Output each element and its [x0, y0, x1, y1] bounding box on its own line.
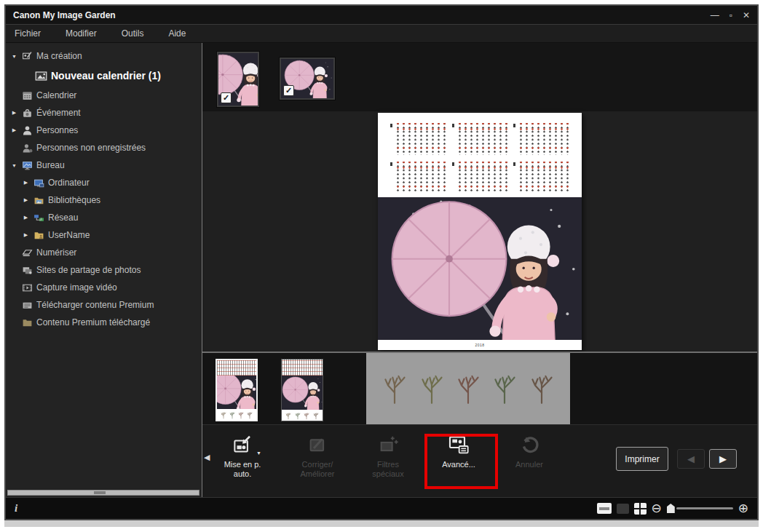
calendar-photo[interactable]	[378, 197, 582, 340]
pages-strip	[202, 352, 757, 424]
fit-view-icon[interactable]	[634, 503, 647, 515]
expander-right-icon[interactable]: ▶	[22, 180, 30, 186]
sidebar-item-label: Télécharger contenu Premium	[36, 300, 154, 310]
thumbnail-view-icon[interactable]	[617, 504, 629, 514]
sidebar-item-label: Événement	[36, 108, 81, 118]
mini-month	[397, 162, 447, 194]
next-page-button[interactable]: ▶	[709, 449, 737, 469]
sidebar-item-bureau[interactable]: ▼ Bureau	[6, 156, 202, 174]
sidebar-item-numeriser[interactable]: Numériser	[6, 244, 202, 261]
expander-down-icon[interactable]: ▼	[10, 163, 18, 168]
maximize-button[interactable]: ▫	[730, 9, 732, 22]
sidebar-item-nouveau-calendrier[interactable]: Nouveau calendrier (1)	[6, 65, 202, 87]
undo-button[interactable]: Annuler	[497, 432, 561, 479]
desktop-icon	[22, 160, 33, 171]
close-button[interactable]: ✕	[743, 9, 750, 22]
calendar-page-canvas[interactable]: 2018	[378, 113, 582, 350]
zoom-controls: ⊖ ⊕	[597, 502, 749, 515]
edit-toolbar: ◀ ▼ Mise en	[202, 424, 757, 497]
advanced-icon	[447, 433, 470, 456]
sidebar-item-personnes[interactable]: ▶ Personnes	[6, 122, 202, 139]
page-thumbnail-1[interactable]	[216, 359, 258, 421]
calendar-icon	[22, 90, 33, 101]
sidebar-item-label: Bureau	[36, 160, 65, 170]
special-filters-icon	[377, 434, 399, 456]
sidebar-item-bibliotheques[interactable]: ▶ Bibliothèques	[6, 191, 202, 209]
user-folder-icon	[33, 230, 44, 241]
content-area: ✓ ✓	[202, 43, 757, 497]
sidebar-item-label: Numériser	[36, 247, 76, 258]
expander-right-icon[interactable]: ▶	[10, 110, 18, 116]
sidebar-item-sites-partage[interactable]: Sites de partage de photos	[6, 261, 202, 279]
sidebar-horizontal-scrollbar[interactable]	[7, 490, 199, 496]
sidebar-item-username[interactable]: ▶ UserName	[6, 226, 202, 244]
advanced-button[interactable]: Avancé...	[427, 432, 491, 479]
new-calendar-icon	[35, 70, 47, 82]
menu-aide[interactable]: Aide	[168, 28, 186, 39]
sidebar-item-calendrier[interactable]: Calendrier	[6, 87, 202, 104]
zoom-slider-handle[interactable]	[667, 504, 675, 513]
sidebar-item-ordinateur[interactable]: ▶ Ordinateur	[6, 174, 202, 191]
zoom-slider[interactable]	[667, 504, 733, 513]
expander-right-icon[interactable]: ▶	[22, 232, 30, 238]
minimize-button[interactable]: —	[711, 9, 719, 22]
tree-icon	[491, 370, 518, 408]
tree-icon	[529, 370, 555, 408]
sidebar-item-label: Calendrier	[36, 90, 76, 100]
material-thumbnail-2[interactable]: ✓	[280, 57, 335, 100]
undo-icon	[518, 434, 540, 456]
event-icon	[22, 108, 33, 119]
sidebar-item-label: Personnes	[36, 125, 78, 135]
detail-view-icon[interactable]	[597, 503, 612, 514]
material-thumbnail-1[interactable]: ✓	[217, 52, 259, 107]
sidebar-item-personnes-non-enregistrees[interactable]: Personnes non enregistrées	[6, 139, 202, 156]
page-thumbnail-2[interactable]	[281, 359, 323, 421]
expander-down-icon[interactable]: ▼	[10, 54, 18, 59]
year-label: 2018	[475, 343, 484, 347]
sidebar-item-reseau[interactable]: ▶ Réseau	[6, 209, 202, 226]
auto-layout-button[interactable]: ▼ Mise en p. auto.	[210, 432, 274, 479]
mini-month	[459, 162, 509, 194]
sidebar-item-label: Contenu Premium téléchargé	[36, 317, 150, 327]
tree-icon	[455, 370, 481, 408]
status-bar: i ⊖ ⊕	[6, 497, 757, 519]
checkmark-icon[interactable]: ✓	[221, 92, 232, 103]
checkmark-icon[interactable]: ✓	[283, 85, 294, 96]
scrollbar-thumb[interactable]	[94, 491, 106, 494]
chevron-left-icon[interactable]: ◀	[204, 453, 210, 462]
sidebar-item-label: Sites de partage de photos	[36, 265, 141, 275]
sidebar: ▼ Ma création Nouveau calendrier (1) Cal…	[6, 43, 202, 497]
calendar-trees-decoration	[366, 353, 570, 424]
sidebar-item-ma-creation[interactable]: ▼ Ma création	[6, 47, 202, 65]
info-icon[interactable]: i	[15, 502, 17, 515]
sidebar-item-capture-video[interactable]: Capture image vidéo	[6, 279, 202, 296]
expander-right-icon[interactable]: ▶	[22, 215, 30, 221]
sidebar-item-label: UserName	[48, 230, 90, 240]
auto-layout-icon	[232, 434, 253, 456]
scanner-icon	[22, 247, 33, 258]
menu-fichier[interactable]: Fichier	[15, 28, 41, 39]
zoom-in-icon[interactable]: ⊕	[738, 502, 748, 515]
sidebar-item-label: Bibliothèques	[48, 195, 100, 205]
sidebar-item-telecharger-premium[interactable]: Télécharger contenu Premium	[6, 296, 202, 314]
menu-modifier[interactable]: Modifier	[66, 28, 97, 39]
sidebar-item-label: Capture image vidéo	[36, 282, 117, 293]
zoom-out-icon[interactable]: ⊖	[652, 502, 662, 515]
mini-month	[397, 123, 447, 155]
premium-content-icon	[22, 317, 33, 328]
sidebar-item-label: Réseau	[48, 213, 78, 223]
computer-icon	[33, 178, 44, 188]
page-footer: 2018	[378, 340, 582, 350]
correct-enhance-button[interactable]: Corriger/ Améliorer	[285, 432, 349, 479]
sidebar-item-evenement[interactable]: ▶ Événement	[6, 104, 202, 122]
sidebar-item-contenu-premium[interactable]: Contenu Premium téléchargé	[6, 314, 202, 331]
nav-next-icon: ▶	[719, 453, 727, 464]
previous-page-button[interactable]: ◀	[677, 449, 705, 469]
menu-outils[interactable]: Outils	[122, 28, 144, 39]
mini-month	[520, 162, 570, 194]
expander-right-icon[interactable]: ▶	[22, 197, 30, 203]
person-unregistered-icon	[22, 143, 33, 154]
special-filters-button[interactable]: Filtres spéciaux	[356, 432, 420, 479]
expander-right-icon[interactable]: ▶	[10, 127, 18, 133]
print-button[interactable]: Imprimer	[616, 447, 668, 471]
